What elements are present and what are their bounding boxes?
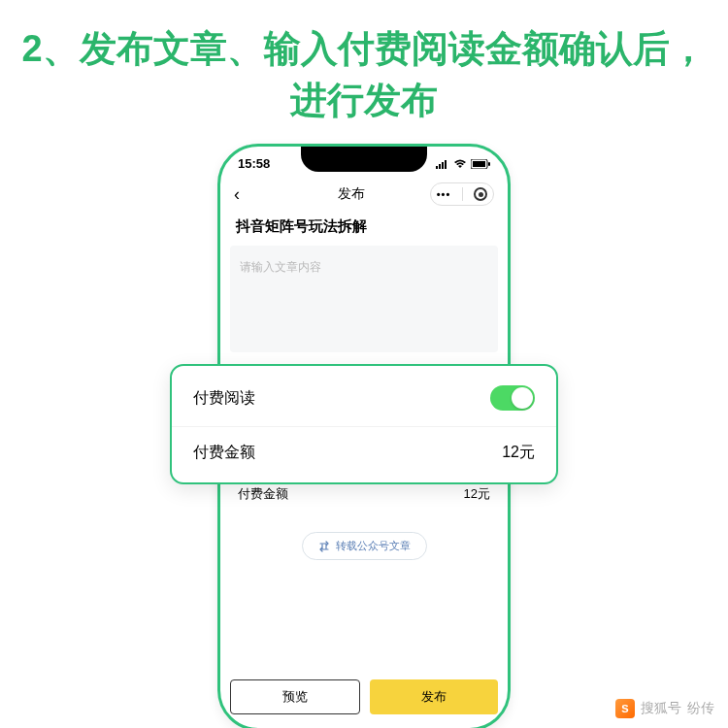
status-right (436, 159, 490, 169)
page-headline: 2、发布文章、输入付费阅读金额确认后，进行发布 (0, 0, 728, 136)
repost-button[interactable]: 转载公众号文章 (302, 532, 427, 560)
nav-title: 发布 (338, 185, 365, 203)
back-button[interactable]: ‹ (234, 184, 273, 205)
svg-rect-0 (436, 166, 438, 169)
highlight-paid-amount-value: 12元 (502, 443, 535, 463)
content-placeholder: 请输入文章内容 (240, 259, 488, 276)
paid-amount-value: 12元 (464, 485, 490, 503)
navbar: ‹ 发布 ••• (220, 171, 508, 214)
svg-rect-5 (473, 161, 485, 167)
highlight-paid-amount-label: 付费金额 (193, 443, 255, 463)
battery-icon (471, 159, 490, 169)
preview-button[interactable]: 预览 (230, 679, 360, 714)
svg-rect-3 (445, 160, 447, 169)
bottom-bar: 预览 发布 (230, 679, 498, 714)
highlight-paid-read-label: 付费阅读 (193, 388, 255, 409)
watermark-brand: 搜狐号 (641, 700, 681, 717)
paid-amount-label: 付费金额 (238, 485, 288, 503)
repost-wrap: 转载公众号文章 (220, 532, 508, 560)
sohu-logo-icon: S (615, 699, 635, 718)
more-icon: ••• (437, 188, 451, 200)
phone-notch (301, 147, 427, 172)
status-time: 15:58 (238, 156, 270, 171)
capsule-divider (462, 187, 463, 201)
highlight-paid-read-toggle[interactable] (490, 385, 535, 411)
repost-icon (318, 541, 330, 552)
article-title: 抖音矩阵号玩法拆解 (220, 214, 508, 246)
capsule-button[interactable]: ••• (430, 182, 494, 206)
svg-rect-2 (442, 162, 444, 169)
publish-button[interactable]: 发布 (370, 679, 498, 714)
signal-icon (436, 159, 449, 169)
content-textarea[interactable]: 请输入文章内容 (230, 246, 498, 352)
highlight-paid-amount-row[interactable]: 付费金额 12元 (172, 426, 556, 479)
svg-rect-1 (439, 164, 441, 169)
wifi-icon (453, 159, 467, 169)
repost-label: 转载公众号文章 (336, 539, 411, 553)
watermark-author: 纷传 (687, 700, 714, 717)
watermark: S 搜狐号 纷传 (615, 699, 714, 718)
highlight-paid-read-row: 付费阅读 (172, 370, 556, 426)
svg-rect-6 (488, 162, 490, 166)
highlight-card: 付费阅读 付费金额 12元 (170, 364, 558, 484)
close-target-icon (474, 187, 487, 201)
